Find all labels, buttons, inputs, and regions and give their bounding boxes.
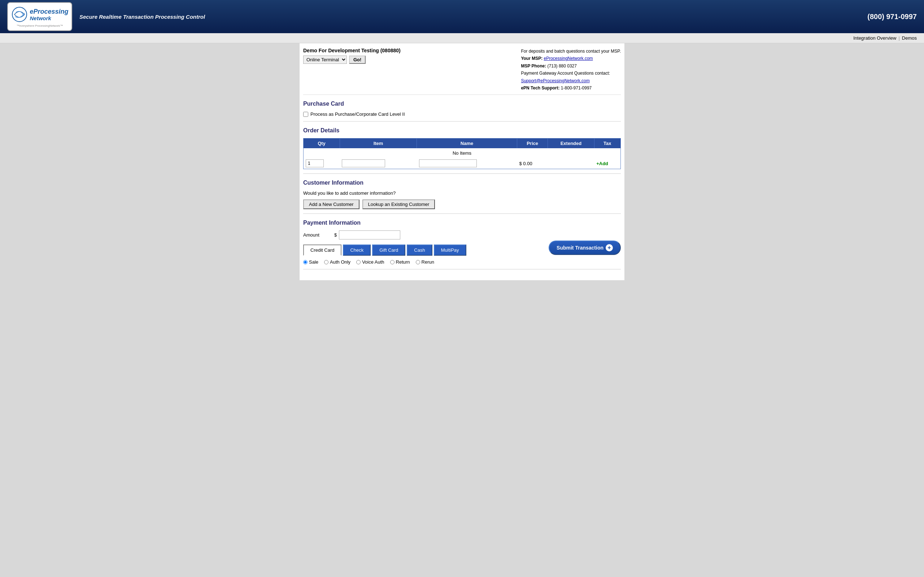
col-item: Item <box>340 139 417 148</box>
header-tagline: Secure Realtime Transaction Processing C… <box>79 14 867 20</box>
dollar-sign: $ <box>334 232 337 238</box>
amount-input[interactable] <box>339 230 400 239</box>
price-cell: $ 0.00 <box>517 158 548 169</box>
purchase-card-title: Purchase Card <box>303 101 621 107</box>
order-details-title: Order Details <box>303 127 621 134</box>
gateway-email-row: Support@eProcessingNetwork.com <box>521 77 621 84</box>
col-price: Price <box>517 139 548 148</box>
header-nav: Integration Overview | Demos <box>0 33 924 43</box>
tx-type-sale-label: Sale <box>309 259 318 265</box>
tx-type-rerun-radio[interactable] <box>416 260 420 264</box>
payment-tabs: Credit Card Check Gift Card Cash MultiPa… <box>303 245 549 256</box>
logo-line2: Network <box>30 16 68 21</box>
col-qty: Qty <box>304 139 340 148</box>
demo-left: Demo For Development Testing (080880) On… <box>303 48 401 64</box>
logo-icon <box>11 6 28 23</box>
tx-type-voice-radio[interactable] <box>356 260 360 264</box>
name-input[interactable] <box>419 160 477 167</box>
tab-cash[interactable]: Cash <box>407 245 432 256</box>
contact-prefix: For deposits and batch questions contact… <box>521 48 621 55</box>
purchase-card-checkbox-row: Process as Purchase/Corporate Card Level… <box>303 111 621 117</box>
purchase-card-label: Process as Purchase/Corporate Card Level… <box>310 111 405 117</box>
payment-row: Amount $ Credit Card Check Gift Card Cas… <box>303 230 621 265</box>
terminal-select[interactable]: Online Terminal <box>303 56 347 64</box>
tx-type-auth-radio[interactable] <box>324 260 328 264</box>
tx-type-rerun: Rerun <box>416 259 434 265</box>
gateway-email-link[interactable]: Support@eProcessingNetwork.com <box>521 78 590 83</box>
item-cell <box>340 158 417 169</box>
customer-buttons: Add a New Customer Lookup an Existing Cu… <box>303 200 621 209</box>
price-value: 0.00 <box>523 161 532 166</box>
customer-information-title: Customer Information <box>303 180 621 186</box>
logo: eProcessing Network ™everywhere Processi… <box>7 2 72 31</box>
submit-plus-icon: + <box>606 244 613 251</box>
payment-information-title: Payment Information <box>303 220 621 226</box>
payment-left: Amount $ Credit Card Check Gift Card Cas… <box>303 230 549 265</box>
tx-type-sale-radio[interactable] <box>303 260 307 264</box>
purchase-card-section: Purchase Card Process as Purchase/Corpor… <box>303 95 621 121</box>
msp-phone-row: MSP Phone: (713) 880 0327 <box>521 62 621 69</box>
demos-link[interactable]: Demos <box>902 35 917 41</box>
add-link[interactable]: +Add <box>596 161 608 166</box>
tech-support-row: ePN Tech Support: 1-800-971-0997 <box>521 84 621 92</box>
payment-information-section: Payment Information Amount $ Credit Card… <box>303 214 621 269</box>
amount-row: Amount $ <box>303 230 549 239</box>
amount-label: Amount <box>303 232 332 238</box>
col-tax: Tax <box>594 139 620 148</box>
lookup-existing-customer-button[interactable]: Lookup an Existing Customer <box>362 200 435 209</box>
tx-type-return: Return <box>390 259 410 265</box>
customer-prompt: Would you like to add customer informati… <box>303 190 621 196</box>
tx-type-row: Sale Auth Only Voice Auth Return <box>303 259 549 265</box>
customer-information-section: Customer Information Would you like to a… <box>303 174 621 214</box>
col-extended: Extended <box>548 139 594 148</box>
item-input[interactable] <box>342 160 385 167</box>
header-phone: (800) 971-0997 <box>867 13 917 21</box>
order-input-row: $ 0.00 +Add <box>304 158 621 169</box>
qty-input[interactable] <box>306 160 324 167</box>
tx-type-auth-label: Auth Only <box>330 259 351 265</box>
order-details-section: Order Details Qty Item Name Price Extend… <box>303 121 621 174</box>
integration-overview-link[interactable]: Integration Overview <box>853 35 896 41</box>
price-prefix: $ <box>519 161 522 166</box>
tab-credit-card[interactable]: Credit Card <box>303 245 341 256</box>
no-items-text: No Items <box>304 148 621 158</box>
msp-link[interactable]: eProcessingNetwork.com <box>544 56 593 61</box>
submit-transaction-button[interactable]: Submit Transaction + <box>549 240 621 255</box>
demo-select-row: Online Terminal Go! <box>303 56 401 64</box>
demo-right: For deposits and batch questions contact… <box>521 48 621 92</box>
logo-line1: eProcessing <box>30 8 68 16</box>
submit-label: Submit Transaction <box>557 245 604 251</box>
tx-type-sale: Sale <box>303 259 318 265</box>
go-button[interactable]: Go! <box>349 56 366 64</box>
main-wrapper: Demo For Development Testing (080880) On… <box>300 43 624 280</box>
tab-gift-card[interactable]: Gift Card <box>372 245 405 256</box>
tx-type-voice-label: Voice Auth <box>362 259 384 265</box>
qty-cell <box>304 158 340 169</box>
extended-cell <box>548 158 594 169</box>
header-top: eProcessing Network ™everywhere Processi… <box>0 0 924 33</box>
submit-wrapper: Submit Transaction + <box>549 240 621 255</box>
nav-separator: | <box>898 35 900 41</box>
order-table: Qty Item Name Price Extended Tax No Item… <box>303 138 621 169</box>
tx-type-rerun-label: Rerun <box>422 259 434 265</box>
msp-row: Your MSP: eProcessingNetwork.com <box>521 55 621 62</box>
tx-type-auth: Auth Only <box>324 259 351 265</box>
demo-title: Demo For Development Testing (080880) <box>303 48 401 53</box>
gateway-row: Payment Gateway Account Questions contac… <box>521 69 621 77</box>
add-cell: +Add <box>594 158 620 169</box>
tab-check[interactable]: Check <box>343 245 371 256</box>
demo-bar: Demo For Development Testing (080880) On… <box>303 43 621 95</box>
purchase-card-checkbox[interactable] <box>303 112 308 117</box>
col-name: Name <box>417 139 517 148</box>
name-cell <box>417 158 517 169</box>
add-new-customer-button[interactable]: Add a New Customer <box>303 200 360 209</box>
tab-multipay[interactable]: MultiPay <box>434 245 466 256</box>
tx-type-return-radio[interactable] <box>390 260 394 264</box>
no-items-row: No Items <box>304 148 621 158</box>
tx-type-voice: Voice Auth <box>356 259 384 265</box>
logo-sub: ™everywhere ProcessingNetwork™ <box>16 24 63 27</box>
tx-type-return-label: Return <box>396 259 410 265</box>
